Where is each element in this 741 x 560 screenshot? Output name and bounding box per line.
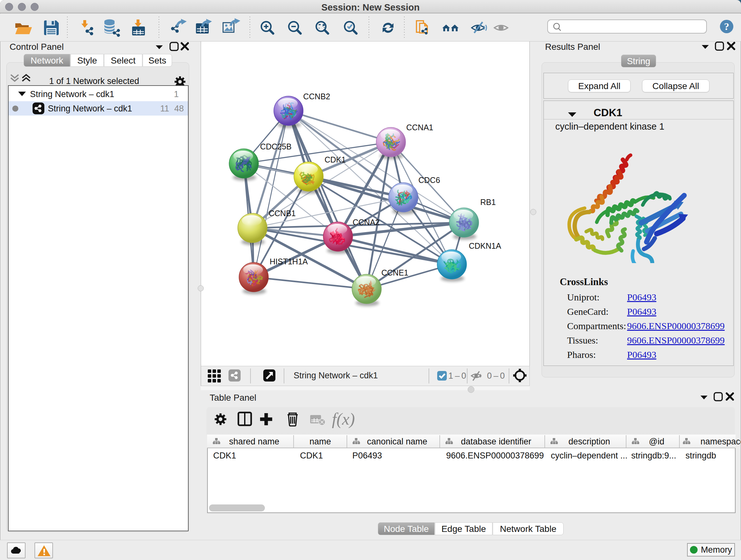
svg-text:CCNE1: CCNE1 xyxy=(381,268,408,277)
svg-text:CCNA2: CCNA2 xyxy=(353,218,380,227)
svg-text:HIST1H1A: HIST1H1A xyxy=(270,257,308,266)
svg-text:CCNB1: CCNB1 xyxy=(269,209,296,218)
svg-text:1: 1 xyxy=(174,89,179,99)
svg-text:1 – 0: 1 – 0 xyxy=(448,371,466,381)
svg-text:String Network – cdk1: String Network – cdk1 xyxy=(293,371,378,380)
svg-text:RB1: RB1 xyxy=(480,198,496,206)
svg-text:CCNA1: CCNA1 xyxy=(406,123,433,132)
svg-text:48: 48 xyxy=(174,104,184,113)
svg-text:11: 11 xyxy=(160,104,169,113)
svg-text:?: ? xyxy=(724,21,729,32)
svg-text:0 – 0: 0 – 0 xyxy=(487,371,505,381)
svg-text:CDC25B: CDC25B xyxy=(260,142,292,151)
svg-text:CDK1: CDK1 xyxy=(325,155,346,164)
svg-text:CDC6: CDC6 xyxy=(418,176,440,185)
svg-text:CDKN1A: CDKN1A xyxy=(469,241,501,250)
svg-text:String Network – cdk1: String Network – cdk1 xyxy=(48,104,132,113)
svg-text:String Network – cdk1: String Network – cdk1 xyxy=(30,89,114,99)
svg-text:CCNB2: CCNB2 xyxy=(303,92,330,101)
